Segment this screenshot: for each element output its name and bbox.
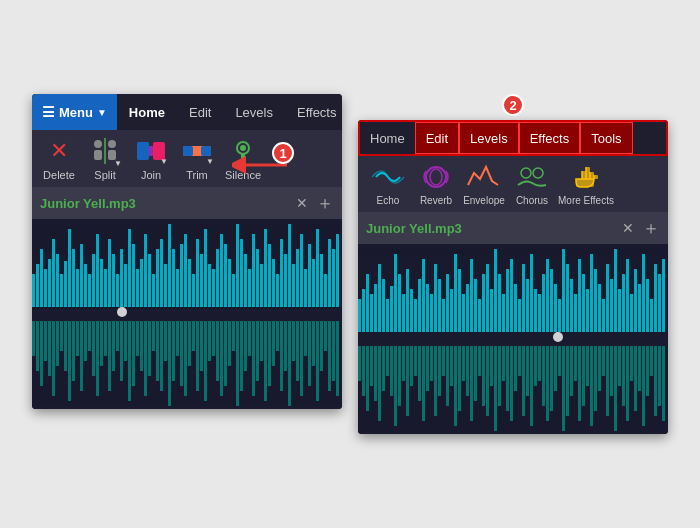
join-label: Join xyxy=(141,169,161,181)
tab-home-p2[interactable]: Home xyxy=(360,122,415,154)
svg-rect-330 xyxy=(638,346,641,391)
split-tool[interactable]: ▼ Split xyxy=(86,136,124,181)
svg-rect-125 xyxy=(156,321,159,381)
svg-rect-291 xyxy=(482,346,485,406)
delete-tool[interactable]: ✕ Delete xyxy=(40,136,78,181)
panel1: ☰ Menu ▼ Home Edit Levels Effects ✕ xyxy=(32,94,342,409)
svg-rect-161 xyxy=(300,321,303,396)
tab-effects-p2[interactable]: Effects xyxy=(519,122,581,154)
svg-rect-55 xyxy=(188,259,191,309)
panel2-track-close[interactable]: ✕ xyxy=(620,220,636,236)
svg-rect-73 xyxy=(260,264,263,309)
svg-rect-95 xyxy=(36,321,39,371)
svg-rect-148 xyxy=(248,321,251,356)
envelope-icon xyxy=(465,162,503,192)
svg-rect-118 xyxy=(128,321,131,401)
svg-rect-194 xyxy=(406,269,409,339)
svg-rect-54 xyxy=(184,234,187,314)
svg-rect-51 xyxy=(172,249,175,314)
svg-rect-310 xyxy=(558,346,561,376)
svg-rect-31 xyxy=(92,254,95,309)
svg-rect-283 xyxy=(450,346,453,386)
panel2-track-add[interactable]: ＋ xyxy=(642,216,660,240)
svg-rect-149 xyxy=(252,321,255,396)
svg-rect-200 xyxy=(430,294,433,334)
svg-rect-158 xyxy=(288,321,291,406)
svg-rect-104 xyxy=(72,321,75,381)
svg-rect-78 xyxy=(280,239,283,314)
svg-rect-5 xyxy=(137,142,149,160)
panel1-track-close[interactable]: ✕ xyxy=(294,195,310,211)
tab-home-p1[interactable]: Home xyxy=(117,94,177,130)
svg-rect-165 xyxy=(316,321,319,401)
svg-rect-32 xyxy=(96,234,99,314)
svg-point-0 xyxy=(94,140,102,148)
svg-rect-210 xyxy=(470,259,473,339)
tab-levels-p2[interactable]: Levels xyxy=(459,122,519,154)
svg-rect-134 xyxy=(192,321,195,351)
svg-rect-202 xyxy=(438,279,441,334)
tab-edit-p1[interactable]: Edit xyxy=(177,94,223,130)
svg-rect-42 xyxy=(136,269,139,309)
svg-rect-116 xyxy=(120,321,123,381)
svg-rect-138 xyxy=(208,321,211,361)
chorus-effect[interactable]: Chorus xyxy=(510,162,554,206)
svg-rect-208 xyxy=(462,294,465,334)
svg-point-173 xyxy=(430,169,442,185)
svg-rect-163 xyxy=(308,321,311,386)
svg-rect-59 xyxy=(204,229,207,314)
reverb-effect[interactable]: Reverb xyxy=(414,162,458,206)
menu-label: Menu xyxy=(59,105,93,120)
svg-rect-235 xyxy=(570,279,573,334)
panel1-track-add[interactable]: ＋ xyxy=(316,191,334,215)
svg-rect-167 xyxy=(324,321,327,351)
svg-rect-139 xyxy=(212,321,215,356)
svg-rect-195 xyxy=(410,289,413,334)
more-effects[interactable]: More Effects xyxy=(558,162,614,206)
svg-rect-192 xyxy=(398,274,401,339)
svg-rect-231 xyxy=(554,284,557,334)
join-tool[interactable]: ▼ Join xyxy=(132,136,170,181)
svg-rect-24 xyxy=(64,261,67,309)
svg-rect-162 xyxy=(304,321,307,356)
svg-rect-33 xyxy=(100,259,103,309)
svg-rect-23 xyxy=(60,274,63,309)
svg-rect-154 xyxy=(272,321,275,366)
svg-rect-243 xyxy=(602,299,605,334)
svg-rect-122 xyxy=(144,321,147,396)
tab-edit-p2[interactable]: Edit xyxy=(415,122,459,154)
tab-effects-p1[interactable]: Effects xyxy=(285,94,342,130)
svg-rect-61 xyxy=(212,269,215,309)
echo-effect[interactable]: Echo xyxy=(366,162,410,206)
svg-rect-156 xyxy=(280,321,283,391)
menu-button[interactable]: ☰ Menu ▼ xyxy=(32,94,117,130)
trim-tool[interactable]: ▼ Trim xyxy=(178,136,216,181)
svg-rect-84 xyxy=(304,269,307,309)
svg-rect-96 xyxy=(40,321,43,386)
svg-rect-270 xyxy=(398,346,401,406)
svg-rect-113 xyxy=(108,321,111,391)
svg-rect-239 xyxy=(586,289,589,334)
menu-dropdown-arrow: ▼ xyxy=(97,107,107,118)
svg-rect-232 xyxy=(558,299,561,334)
svg-rect-16 xyxy=(32,274,35,309)
join-dropdown-arrow: ▼ xyxy=(160,157,168,166)
svg-rect-77 xyxy=(276,274,279,309)
svg-rect-74 xyxy=(264,229,267,314)
tab-levels-p1[interactable]: Levels xyxy=(223,94,285,130)
svg-rect-206 xyxy=(454,254,457,339)
svg-rect-39 xyxy=(124,264,127,309)
svg-rect-93 xyxy=(32,307,342,321)
svg-rect-79 xyxy=(284,254,287,309)
svg-rect-329 xyxy=(634,346,637,411)
tab-tools-p2[interactable]: Tools xyxy=(580,122,632,154)
chorus-icon xyxy=(513,162,551,192)
svg-rect-315 xyxy=(578,346,581,421)
svg-rect-76 xyxy=(272,259,275,309)
svg-rect-217 xyxy=(498,274,501,339)
envelope-effect[interactable]: Envelope xyxy=(462,162,506,206)
svg-rect-229 xyxy=(546,259,549,339)
svg-rect-327 xyxy=(626,346,629,421)
hamburger-icon: ☰ xyxy=(42,104,55,120)
svg-rect-188 xyxy=(382,279,385,334)
